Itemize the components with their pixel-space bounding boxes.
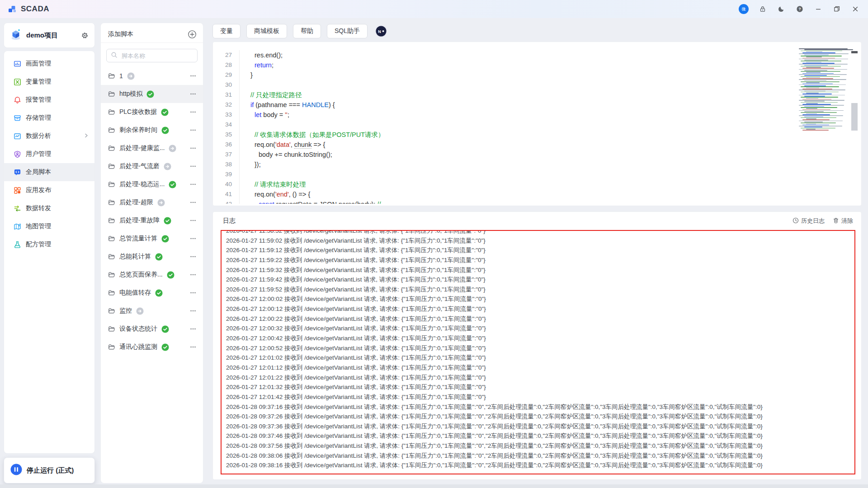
log-panel: 日志 历史日志 清除 2026-01-27 11:58:52 接收到 /devi… bbox=[212, 211, 862, 480]
code-line-text: } bbox=[239, 70, 798, 80]
script-item[interactable]: 后处理-健康监... bbox=[101, 139, 203, 157]
clear-log-button[interactable]: 清除 bbox=[833, 217, 853, 225]
history-log-button[interactable]: 历史日志 bbox=[793, 217, 825, 225]
more-button[interactable] bbox=[189, 199, 197, 206]
analysis-icon bbox=[13, 132, 21, 140]
sidebar-item-label: 配方管理 bbox=[26, 240, 51, 249]
line-number: 32 bbox=[213, 100, 239, 110]
more-button[interactable] bbox=[189, 163, 197, 170]
sidebar-item-script[interactable]: 全局脚本 bbox=[4, 163, 94, 181]
status-paused-icon bbox=[164, 163, 171, 170]
log-line: 2026-01-27 12:00:42 接收到 /device/getVaria… bbox=[226, 333, 853, 343]
script-item[interactable]: 后处理-超限 bbox=[101, 193, 203, 211]
status-running-icon bbox=[161, 127, 169, 134]
stop-run-button[interactable]: 停止运行 (正式) bbox=[4, 457, 95, 483]
sidebar-item-publish[interactable]: 应用发布 bbox=[4, 181, 94, 199]
more-button[interactable] bbox=[189, 72, 197, 80]
folder-icon bbox=[108, 127, 115, 134]
script-name: 通讯心跳监测 bbox=[119, 343, 157, 351]
sidebar-item-recipe[interactable]: 配方管理 bbox=[4, 235, 94, 253]
lock-icon[interactable] bbox=[758, 5, 767, 14]
more-button[interactable] bbox=[189, 108, 197, 116]
log-line: 2026-01-27 12:01:32 接收到 /device/getVaria… bbox=[226, 382, 853, 392]
folder-icon bbox=[108, 253, 115, 260]
theme-moon-icon[interactable] bbox=[777, 5, 786, 14]
sidebar-item-variable[interactable]: 变量管理 bbox=[4, 73, 94, 91]
script-name: 总管流量计算 bbox=[119, 235, 157, 243]
script-name: 后处理-重故障 bbox=[119, 216, 160, 225]
script-item[interactable]: 后处理-重故障 bbox=[101, 211, 203, 230]
more-button[interactable] bbox=[189, 217, 197, 224]
sidebar-item-alarm[interactable]: 报警管理 bbox=[4, 91, 94, 109]
script-item[interactable]: 后处理-气流磨 bbox=[101, 157, 203, 175]
ai-assistant-button[interactable]: N bbox=[375, 25, 387, 38]
script-name: 总览页面保养... bbox=[119, 271, 163, 279]
more-button[interactable] bbox=[189, 271, 197, 278]
toolbar-button[interactable]: 帮助 bbox=[293, 24, 321, 38]
folder-icon bbox=[108, 235, 115, 242]
svg-text:?: ? bbox=[798, 7, 801, 11]
code-line: 27res.end(); bbox=[213, 50, 798, 60]
add-script-button[interactable] bbox=[188, 30, 197, 39]
code-editor[interactable]: 27res.end();28return;29}3031// 只处理指定路径32… bbox=[213, 42, 798, 204]
more-button[interactable] bbox=[189, 145, 197, 152]
toolbar-button[interactable]: 商城模板 bbox=[246, 24, 287, 38]
screen-icon bbox=[13, 60, 21, 68]
script-item[interactable]: 总览页面保养... bbox=[101, 266, 203, 284]
restore-icon[interactable] bbox=[832, 5, 841, 14]
script-item[interactable]: 总能耗计算 bbox=[101, 248, 203, 266]
code-line-text bbox=[239, 80, 798, 90]
script-item[interactable]: 监控 bbox=[101, 302, 203, 320]
more-button[interactable] bbox=[189, 343, 197, 351]
code-line-text bbox=[239, 120, 798, 130]
gear-icon[interactable] bbox=[80, 31, 89, 40]
sidebar-item-storage[interactable]: 存储管理 bbox=[4, 109, 94, 127]
sidebar-item-screen[interactable]: 画面管理 bbox=[4, 55, 94, 73]
close-icon[interactable] bbox=[851, 5, 860, 14]
wechat-badge-icon[interactable]: 微 bbox=[739, 4, 749, 14]
sidebar-item-map[interactable]: 地图管理 bbox=[4, 217, 94, 235]
sidebar-item-label: 报警管理 bbox=[26, 96, 51, 104]
app-window: SCADA 微 ? demo项目 画面管理变量管理报警管理存储管理数据分析用户管… bbox=[0, 0, 868, 488]
more-button[interactable] bbox=[189, 181, 197, 188]
folder-icon bbox=[108, 199, 115, 206]
more-button[interactable] bbox=[189, 127, 197, 134]
sidebar-item-forward[interactable]: 数据转发 bbox=[4, 199, 94, 217]
script-name: 剩余保养时间 bbox=[119, 126, 157, 134]
sidebar-item-user[interactable]: 用户管理 bbox=[4, 145, 94, 163]
alarm-icon bbox=[13, 96, 21, 104]
script-item[interactable]: 通讯心跳监测 bbox=[101, 338, 203, 356]
more-button[interactable] bbox=[189, 289, 197, 296]
more-button[interactable] bbox=[189, 90, 197, 98]
status-running-icon bbox=[161, 108, 169, 116]
minimize-icon[interactable] bbox=[814, 5, 823, 14]
code-line-text bbox=[239, 169, 798, 179]
code-line-text: // 只处理指定路径 bbox=[239, 90, 798, 100]
more-button[interactable] bbox=[189, 325, 197, 333]
sidebar-item-label: 用户管理 bbox=[26, 150, 51, 158]
script-item[interactable]: 1 bbox=[101, 67, 203, 85]
script-item[interactable]: PLC接收数据 bbox=[101, 103, 203, 121]
script-search-input[interactable] bbox=[121, 52, 193, 60]
sidebar-item-analysis[interactable]: 数据分析 bbox=[4, 127, 94, 145]
help-icon[interactable]: ? bbox=[795, 5, 804, 14]
script-name: 后处理-稳态运... bbox=[119, 180, 165, 188]
log-line: 2026-01-27 12:00:12 接收到 /device/getVaria… bbox=[226, 304, 853, 314]
script-name: PLC接收数据 bbox=[119, 108, 157, 116]
script-item[interactable]: http模拟 bbox=[101, 85, 203, 103]
storage-icon bbox=[13, 114, 21, 122]
more-button[interactable] bbox=[189, 235, 197, 242]
toolbar-button[interactable]: SQL助手 bbox=[327, 24, 368, 38]
script-name: 后处理-健康监... bbox=[119, 144, 165, 152]
script-item[interactable]: 总管流量计算 bbox=[101, 230, 203, 248]
status-running-icon bbox=[155, 253, 163, 261]
brand: SCADA bbox=[8, 5, 49, 14]
script-item[interactable]: 电能值转存 bbox=[101, 284, 203, 302]
script-item[interactable]: 后处理-稳态运... bbox=[101, 175, 203, 193]
more-button[interactable] bbox=[189, 253, 197, 260]
toolbar-button[interactable]: 变量 bbox=[212, 24, 241, 38]
more-button[interactable] bbox=[189, 307, 197, 314]
script-item[interactable]: 剩余保养时间 bbox=[101, 121, 203, 139]
script-item[interactable]: 设备状态统计 bbox=[101, 320, 203, 338]
editor-scrollbar[interactable] bbox=[851, 103, 858, 131]
